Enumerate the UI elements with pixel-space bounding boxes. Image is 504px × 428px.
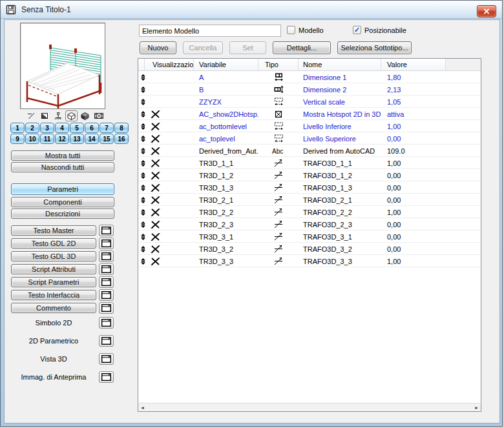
variable-cell[interactable]: B: [194, 86, 258, 94]
column-header-tipo[interactable]: Tipo: [258, 59, 299, 70]
name-cell[interactable]: TRAFO3D_2_1: [299, 196, 381, 204]
name-cell[interactable]: TRAFO3D_1_1: [299, 159, 381, 167]
close-button[interactable]: [477, 5, 496, 17]
page-button-12[interactable]: 12: [55, 134, 69, 144]
name-cell[interactable]: Dimensione 2: [299, 86, 381, 94]
value-cell[interactable]: 0,00: [381, 221, 446, 229]
move-updown-icon[interactable]: [140, 209, 151, 216]
mostra-tutti-button[interactable]: Mostra tutti: [11, 150, 114, 161]
variable-cell[interactable]: TR3D_2_2: [194, 209, 258, 216]
table-row[interactable]: ac_toplevelLivello Superiore0,00: [138, 132, 481, 145]
column-header-variabile[interactable]: Variabile: [194, 59, 258, 70]
name-cell[interactable]: TRAFO3D_2_3: [299, 221, 381, 229]
script-attributi-button[interactable]: Script Attributi: [11, 264, 96, 274]
wireframe-icon[interactable]: [25, 110, 37, 121]
move-updown-icon[interactable]: [140, 245, 151, 253]
move-updown-icon[interactable]: [140, 184, 151, 192]
move-updown-icon[interactable]: [140, 258, 151, 265]
table-row[interactable]: TR3D_2_2TRAFO3D_2_21,00: [138, 206, 481, 218]
column-header-nome[interactable]: Nome: [299, 59, 381, 70]
hidden-parameter-icon[interactable]: [151, 110, 163, 118]
table-row[interactable]: TR3D_2_3TRAFO3D_2_30,00: [138, 218, 481, 230]
table-row[interactable]: ZZYZXVertical scale1,05: [138, 96, 481, 108]
animation-icon[interactable]: [92, 110, 105, 121]
value-cell[interactable]: 0,00: [381, 245, 446, 253]
value-cell[interactable]: 1,05: [381, 98, 446, 106]
open-testo-master-window-button[interactable]: [99, 225, 114, 236]
value-cell[interactable]: attiva: [381, 110, 446, 118]
hidden-parameter-icon[interactable]: [151, 233, 163, 241]
solid-cube-icon[interactable]: [79, 110, 91, 121]
open-commento-window-button[interactable]: [99, 302, 114, 314]
name-cell[interactable]: Livello Superiore: [299, 135, 381, 143]
testo-interfaccia-button[interactable]: Testo Interfaccia: [11, 290, 96, 300]
parametri-button[interactable]: Parametri: [11, 183, 114, 195]
value-cell[interactable]: 109.0: [381, 147, 446, 155]
open-immag-di-anteprima-window-button[interactable]: [99, 371, 114, 383]
nascondi-tutti-button[interactable]: Nascondi tutti: [11, 162, 114, 172]
move-updown-icon[interactable]: [140, 98, 151, 106]
variable-cell[interactable]: AC_show2DHotsp...: [194, 110, 258, 118]
testo-master-button[interactable]: Testo Master: [11, 225, 96, 236]
componenti-button[interactable]: Componenti: [11, 197, 114, 207]
value-cell[interactable]: 2,13: [381, 86, 446, 94]
page-button-8[interactable]: 8: [114, 123, 129, 133]
open-testo-interfaccia-window-button[interactable]: [99, 289, 114, 301]
table-row[interactable]: TR3D_1_2TRAFO3D_1_20,00: [138, 169, 481, 181]
variable-cell[interactable]: TR3D_3_2: [194, 245, 258, 253]
open-simbolo-2d-window-button[interactable]: [99, 317, 114, 329]
move-updown-icon[interactable]: [140, 159, 151, 167]
table-row[interactable]: ADimensione 11,80: [138, 71, 481, 83]
table-row[interactable]: TR3D_3_2TRAFO3D_3_20,00: [138, 243, 481, 255]
checkbox-box-icon[interactable]: [287, 26, 295, 34]
checkbox-box-icon[interactable]: ✓: [353, 26, 361, 34]
table-row[interactable]: TR3D_2_1TRAFO3D_2_10,00: [138, 194, 481, 206]
commento-button[interactable]: Commento: [11, 303, 96, 313]
page-button-16[interactable]: 16: [114, 134, 129, 144]
page-button-4[interactable]: 4: [55, 123, 69, 133]
move-updown-icon[interactable]: [140, 196, 151, 204]
value-cell[interactable]: 0,00: [381, 135, 446, 143]
open-testo-gdl-3d-window-button[interactable]: [99, 250, 114, 262]
variable-cell[interactable]: TR3D_1_2: [194, 172, 258, 179]
testo-gdl-2d-button[interactable]: Testo GDL 2D: [11, 238, 96, 249]
hidden-parameter-icon[interactable]: [151, 123, 163, 130]
value-cell[interactable]: 0,00: [381, 184, 446, 192]
name-cell[interactable]: Mostra Hotspot 2D in 3D: [299, 110, 381, 118]
hidden-parameter-icon[interactable]: [151, 184, 163, 192]
name-cell[interactable]: Vertical scale: [299, 98, 381, 106]
name-cell[interactable]: TRAFO3D_3_3: [299, 258, 381, 265]
scroll-right-icon[interactable]: ►: [474, 405, 479, 410]
page-button-5[interactable]: 5: [70, 123, 84, 133]
table-row[interactable]: TR3D_1_3TRAFO3D_1_30,00: [138, 181, 481, 194]
column-header-visualizzazion[interactable]: Visualizzazion: [145, 59, 194, 70]
value-cell[interactable]: 1,00: [381, 159, 446, 167]
table-row[interactable]: AC_show2DHotsp...Mostra Hotspot 2D in 3D…: [138, 108, 481, 120]
value-cell[interactable]: 1,80: [381, 74, 446, 81]
table-row[interactable]: BDimensione 22,13: [138, 83, 481, 96]
object-3d-preview[interactable]: [20, 23, 105, 109]
page-button-7[interactable]: 7: [100, 123, 114, 133]
page-button-6[interactable]: 6: [85, 123, 99, 133]
table-row[interactable]: TR3D_3_1TRAFO3D_3_10,00: [138, 230, 481, 243]
script-parametri-button[interactable]: Script Parametri: [11, 277, 96, 287]
open-script-attributi-window-button[interactable]: [99, 263, 114, 275]
variable-cell[interactable]: TR3D_1_3: [194, 184, 258, 192]
table-row[interactable]: Derived_from_Aut...AbcDerived from AutoC…: [138, 145, 481, 157]
page-button-10[interactable]: 10: [25, 134, 39, 144]
checkbox-posizionabile[interactable]: ✓Posizionabile: [353, 26, 406, 34]
hidden-parameter-icon[interactable]: [151, 209, 163, 216]
move-updown-icon[interactable]: [140, 110, 151, 118]
open-testo-gdl-2d-window-button[interactable]: [99, 238, 114, 249]
move-updown-icon[interactable]: [140, 233, 151, 241]
dettagli-button[interactable]: Dettagli...: [273, 41, 331, 54]
move-updown-icon[interactable]: [140, 221, 151, 229]
variable-cell[interactable]: A: [194, 74, 258, 81]
checkbox-modello[interactable]: Modello: [287, 26, 324, 34]
hidden-parameter-icon[interactable]: [151, 147, 163, 155]
hidden-parameter-icon[interactable]: [151, 135, 163, 143]
variable-cell[interactable]: ac_toplevel: [194, 135, 258, 143]
name-cell[interactable]: TRAFO3D_1_2: [299, 172, 381, 179]
table-row[interactable]: ac_bottomlevelLivello Inferiore1,00: [138, 120, 481, 132]
open-2d-parametrico-window-button[interactable]: [99, 335, 114, 347]
